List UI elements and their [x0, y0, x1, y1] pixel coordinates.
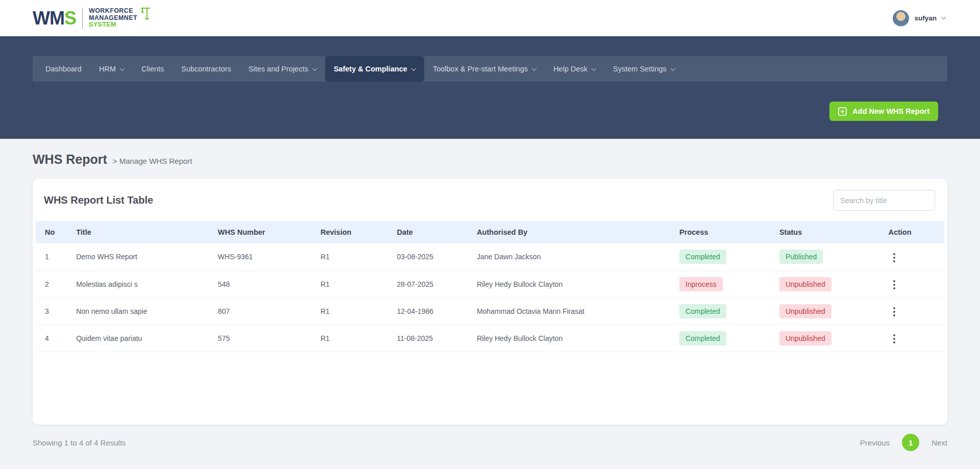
- add-new-whs-report-button[interactable]: Add New WHS Report: [829, 102, 938, 121]
- nav-item-hrm[interactable]: HRM: [90, 56, 133, 82]
- brand-acronym-s: S: [64, 8, 76, 29]
- col-title: Title: [72, 221, 214, 243]
- process-badge: Completed: [679, 250, 726, 264]
- row-actions-menu-icon[interactable]: [888, 277, 900, 292]
- brand-wordmark: WORKFORCE MANAGEMNET SYSTEM: [89, 8, 151, 29]
- brand-logo[interactable]: WMS WORKFORCE MANAGEMNET SYSTEM: [33, 8, 151, 29]
- row-actions-menu-icon[interactable]: [888, 304, 900, 319]
- main-nav: Dashboard HRM Clients Subcontractors Sit…: [33, 56, 947, 82]
- table-header-row: No Title WHS Number Revision Date Author…: [36, 221, 944, 243]
- breadcrumb: WHS Report > Manage WHS Report: [33, 152, 947, 168]
- col-action: Action: [884, 221, 944, 243]
- top-header: WMS WORKFORCE MANAGEMNET SYSTEM sufyan: [0, 0, 980, 36]
- brand-acronym-m: M: [50, 8, 64, 29]
- brand-line-system: SYSTEM: [89, 21, 137, 29]
- process-badge: Completed: [679, 331, 726, 345]
- process-badge: Completed: [679, 304, 726, 318]
- hero-band: Dashboard HRM Clients Subcontractors Sit…: [0, 36, 980, 139]
- status-badge: Published: [779, 250, 823, 264]
- brand-acronym-w: W: [33, 8, 50, 29]
- row-actions-menu-icon[interactable]: [888, 331, 900, 347]
- nav-item-safety-compliance[interactable]: Safety & Compliance: [325, 56, 424, 82]
- page-number-button[interactable]: 1: [902, 434, 919, 451]
- next-page-button[interactable]: Next: [932, 438, 947, 447]
- user-name: sufyan: [914, 14, 937, 22]
- nav-item-help-desk[interactable]: Help Desk: [545, 56, 604, 82]
- col-process: Process: [675, 221, 775, 243]
- status-badge: Unpublished: [779, 277, 831, 291]
- chevron-down-icon: [411, 66, 416, 71]
- chevron-down-icon: [592, 66, 597, 71]
- pagination: Previous 1 Next: [860, 434, 947, 451]
- page-title: WHS Report: [33, 152, 107, 167]
- chevron-down-icon: [312, 66, 317, 71]
- user-menu[interactable]: sufyan: [893, 10, 945, 27]
- whs-report-table: No Title WHS Number Revision Date Author…: [36, 221, 944, 352]
- card-title: WHS Report List Table: [44, 194, 153, 206]
- brand-line-workforce: WORKFORCE: [89, 8, 137, 15]
- user-avatar[interactable]: [893, 10, 909, 27]
- chevron-down-icon: [120, 66, 125, 71]
- status-badge: Unpublished: [779, 331, 831, 345]
- search-input[interactable]: [833, 190, 935, 211]
- chevron-down-icon: [941, 15, 946, 20]
- nav-item-sites-and-projects[interactable]: Sites and Projects: [240, 56, 325, 82]
- chevron-down-icon: [532, 66, 537, 71]
- col-no: No: [36, 221, 72, 243]
- nav-item-dashboard[interactable]: Dashboard: [37, 56, 90, 82]
- chevron-down-icon: [670, 66, 675, 71]
- row-actions-menu-icon[interactable]: [888, 250, 900, 265]
- logo-divider: [82, 8, 83, 29]
- nav-item-clients[interactable]: Clients: [133, 56, 173, 82]
- table-row: 4 Quidem vitae pariatu 575 R1 11-08-2025…: [36, 325, 944, 352]
- plus-square-icon: [838, 107, 847, 116]
- process-badge: Inprocess: [679, 277, 723, 291]
- nav-item-toolbox-prestart-meetings[interactable]: Toolbox & Pre-start Meetings: [424, 56, 545, 82]
- col-status: Status: [775, 221, 885, 243]
- nav-item-subcontractors[interactable]: Subcontractors: [173, 56, 240, 82]
- breadcrumb-trail: > Manage WHS Report: [113, 157, 192, 165]
- brand-acronym: WMS: [33, 9, 76, 28]
- table-row: 1 Demo WHS Report WHS-9361 R1 03-08-2025…: [36, 243, 944, 270]
- col-whs-number: WHS Number: [214, 221, 316, 243]
- col-authorised-by: Authorised By: [473, 221, 675, 243]
- col-revision: Revision: [316, 221, 393, 243]
- status-badge: Unpublished: [779, 304, 831, 318]
- brand-line-management: MANAGEMNET: [89, 15, 137, 22]
- nav-item-system-settings[interactable]: System Settings: [604, 56, 683, 82]
- previous-page-button[interactable]: Previous: [860, 438, 890, 447]
- table-footer: Showing 1 to 4 of 4 Results Previous 1 N…: [33, 434, 947, 451]
- table-row: 2 Molestias adipisci s 548 R1 28-07-2025…: [36, 270, 944, 298]
- crane-icon: [139, 7, 151, 22]
- whs-report-list-card: WHS Report List Table No Title WHS Numbe…: [33, 179, 947, 425]
- col-date: Date: [393, 221, 473, 243]
- results-summary: Showing 1 to 4 of 4 Results: [33, 438, 126, 447]
- table-row: 3 Non nemo ullam sapie 807 R1 12-04-1986…: [36, 298, 944, 325]
